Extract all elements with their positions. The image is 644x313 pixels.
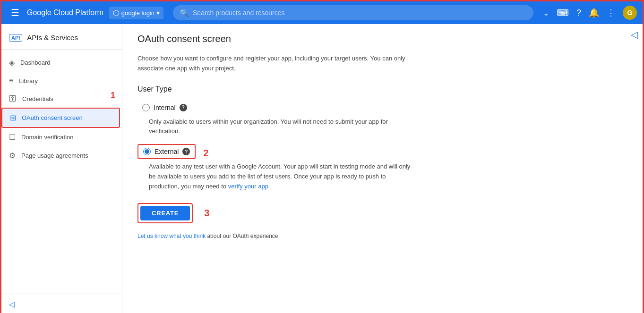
- page-title: OAuth consent screen: [137, 34, 627, 44]
- sidebar: API APIs & Services ◈ Dashboard ≡ Librar…: [1, 24, 122, 313]
- terminal-icon[interactable]: ⌨: [557, 8, 569, 18]
- main-content: ◁ OAuth consent screen Choose how you wa…: [122, 24, 643, 313]
- create-button-wrapper: CREATE: [137, 203, 193, 223]
- sidebar-item-label: Credentials: [22, 95, 53, 102]
- help-icon[interactable]: ?: [576, 8, 581, 18]
- create-button[interactable]: CREATE: [140, 206, 190, 220]
- internal-radio-row: Internal ?: [137, 101, 627, 114]
- sidebar-header: API APIs & Services: [1, 28, 122, 50]
- avatar[interactable]: G: [623, 6, 637, 20]
- nav-icons: ⌨ ? 🔔 ⋮ G: [557, 6, 637, 20]
- app-brand: Google Cloud Platform: [27, 8, 103, 17]
- sidebar-item-label: Library: [19, 77, 38, 85]
- hamburger-icon[interactable]: ☰: [7, 5, 23, 20]
- library-icon: ≡: [9, 76, 13, 85]
- project-name: google login: [121, 9, 155, 17]
- sidebar-collapse-button[interactable]: ◁: [9, 300, 15, 308]
- external-radio[interactable]: [143, 148, 151, 155]
- sidebar-item-library[interactable]: ≡ Library: [1, 72, 118, 90]
- internal-label: Internal: [154, 104, 176, 111]
- top-navigation: ☰ Google Cloud Platform ⬡ google login ▾…: [1, 1, 643, 24]
- internal-help-icon[interactable]: ?: [180, 104, 187, 111]
- project-selector[interactable]: ⬡ google login ▾: [109, 7, 163, 19]
- sidebar-items: ◈ Dashboard ≡ Library ⚿ Credentials 1 ⊞ …: [1, 50, 122, 294]
- project-chevron-icon: ▾: [156, 9, 160, 17]
- verify-app-link[interactable]: verify your app: [228, 183, 268, 190]
- create-section: CREATE 3: [137, 203, 627, 223]
- page-usage-icon: ⚙: [9, 151, 16, 160]
- search-icon: 🔍: [180, 8, 189, 17]
- sidebar-item-label: Page usage agreements: [21, 152, 88, 159]
- sidebar-bottom: ◁: [1, 294, 122, 313]
- sidebar-title: APIs & Services: [27, 34, 78, 42]
- sidebar-item-domain[interactable]: ☐ Domain verification: [1, 128, 118, 146]
- right-collapse-icon[interactable]: ◁: [631, 29, 638, 40]
- api-badge: API: [9, 34, 22, 42]
- domain-icon: ☐: [9, 133, 16, 142]
- step2-badge: 2: [203, 148, 208, 159]
- sidebar-item-label: Dashboard: [20, 59, 51, 66]
- feedback-text: Let us know what you think about our OAu…: [137, 233, 627, 239]
- notifications-icon[interactable]: 🔔: [589, 8, 599, 18]
- step1-badge: 1: [111, 91, 115, 101]
- user-type-title: User Type: [137, 85, 627, 93]
- sidebar-item-page-usage[interactable]: ⚙ Page usage agreements: [1, 146, 118, 165]
- description-text: Choose how you want to configure and reg…: [137, 54, 412, 74]
- internal-option: Internal ? Only available to users withi…: [137, 101, 627, 137]
- project-icon: ⬡: [113, 8, 120, 17]
- external-option: External ? 2 Available to any test user …: [137, 144, 627, 191]
- page-layout: API APIs & Services ◈ Dashboard ≡ Librar…: [1, 24, 643, 313]
- sidebar-item-label: OAuth consent screen: [22, 114, 83, 121]
- search-bar: 🔍: [173, 5, 533, 20]
- sidebar-item-oauth[interactable]: ⊞ OAuth consent screen: [1, 108, 120, 128]
- external-radio-row: External ?: [137, 144, 196, 159]
- dashboard-icon: ◈: [9, 58, 15, 67]
- sidebar-item-dashboard[interactable]: ◈ Dashboard: [1, 53, 118, 72]
- internal-radio[interactable]: [142, 104, 150, 111]
- more-icon[interactable]: ⋮: [607, 8, 615, 18]
- external-description: Available to any test user with a Google…: [149, 162, 413, 191]
- credentials-icon: ⚿: [9, 94, 17, 103]
- search-input[interactable]: [193, 9, 527, 17]
- internal-description: Only available to users within your orga…: [149, 117, 413, 137]
- step3-badge: 3: [204, 208, 209, 219]
- feedback-link[interactable]: Let us know what you think: [137, 233, 206, 239]
- sidebar-item-label: Domain verification: [21, 134, 74, 141]
- external-help-icon[interactable]: ?: [182, 148, 190, 155]
- sidebar-item-credentials[interactable]: ⚿ Credentials 1: [1, 90, 118, 108]
- oauth-icon: ⊞: [10, 113, 16, 122]
- search-expand-icon[interactable]: ⌄: [543, 8, 549, 17]
- external-label: External: [155, 148, 179, 155]
